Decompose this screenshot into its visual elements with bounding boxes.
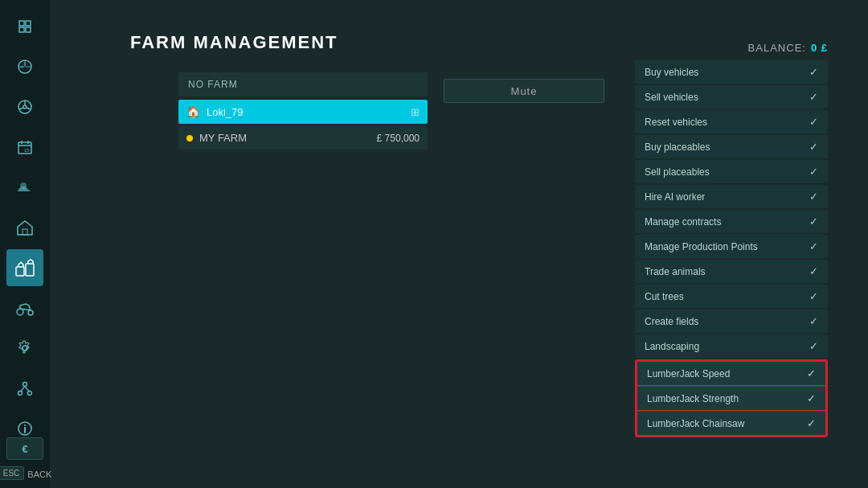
- balance-area: BALANCE: 0 £: [748, 42, 828, 54]
- permission-trade-animals[interactable]: Trade animals ✓: [635, 260, 828, 283]
- permission-check: ✓: [809, 290, 818, 302]
- sidebar: 15: [0, 0, 50, 488]
- permission-check: ✓: [807, 392, 816, 404]
- page-title: FARM MANAGEMENT: [130, 32, 844, 53]
- permission-label: Buy vehicles: [645, 67, 698, 78]
- svg-line-8: [19, 108, 23, 109]
- permission-check: ✓: [809, 315, 818, 327]
- permission-label: LumberJack Strength: [647, 393, 739, 404]
- permission-label: Hire AI worker: [645, 191, 705, 203]
- sidebar-item-tractor[interactable]: [6, 289, 43, 326]
- permission-lumberjack-chainsaw[interactable]: LumberJack Chainsaw ✓: [637, 411, 826, 436]
- farm-dot: [186, 135, 193, 141]
- sidebar-item-weather[interactable]: [6, 169, 43, 206]
- svg-line-25: [21, 387, 25, 392]
- svg-line-9: [27, 108, 31, 109]
- permission-cut-trees[interactable]: Cut trees ✓: [635, 285, 828, 308]
- permission-manage-contracts[interactable]: Manage contracts ✓: [635, 210, 828, 233]
- svg-point-19: [17, 309, 23, 315]
- svg-point-23: [18, 392, 23, 396]
- back-label: BACK: [27, 470, 51, 479]
- permission-label: Create fields: [645, 316, 698, 327]
- farm-name-loki79: Loki_79: [207, 106, 411, 118]
- permission-label: Sell vehicles: [645, 92, 698, 103]
- permission-check: ✓: [809, 91, 818, 103]
- permission-label: Reset vehicles: [645, 117, 707, 128]
- sidebar-item-farm-management[interactable]: [6, 249, 43, 286]
- permission-check: ✓: [809, 66, 818, 78]
- svg-rect-3: [26, 27, 31, 32]
- balance-label: BALANCE:: [748, 42, 806, 54]
- permission-label: LumberJack Chainsaw: [647, 418, 744, 429]
- sidebar-item-network[interactable]: [6, 370, 43, 407]
- permission-buy-vehicles[interactable]: Buy vehicles ✓: [635, 60, 828, 84]
- permission-buy-placeables[interactable]: Buy placeables ✓: [635, 135, 828, 158]
- euro-button[interactable]: €: [6, 437, 43, 460]
- permission-sell-vehicles[interactable]: Sell vehicles ✓: [635, 85, 828, 109]
- main-content: FARM MANAGEMENT BALANCE: 0 £ NO FARM 🏠 L…: [50, 0, 868, 488]
- permission-check: ✓: [809, 340, 818, 352]
- svg-rect-0: [19, 21, 24, 26]
- permission-check: ✓: [809, 166, 818, 178]
- svg-line-26: [25, 387, 29, 392]
- sidebar-item-barn[interactable]: [6, 209, 43, 246]
- permission-sell-placeables[interactable]: Sell placeables ✓: [635, 160, 828, 183]
- svg-point-22: [23, 383, 27, 387]
- farm-edit-icon[interactable]: ⊞: [411, 106, 420, 118]
- sidebar-item-calendar[interactable]: 15: [6, 129, 43, 166]
- svg-point-20: [28, 310, 33, 315]
- svg-text:15: 15: [24, 148, 30, 153]
- mute-button[interactable]: Mute: [444, 79, 604, 103]
- permission-reset-vehicles[interactable]: Reset vehicles ✓: [635, 110, 828, 133]
- permission-landscaping[interactable]: Landscaping ✓: [635, 334, 828, 358]
- permission-hire-ai-worker[interactable]: Hire AI worker ✓: [635, 185, 828, 208]
- svg-point-28: [24, 424, 26, 426]
- permission-label: Trade animals: [645, 266, 706, 277]
- permission-check: ✓: [809, 265, 818, 277]
- farm-row-myfarm[interactable]: MY FARM £ 750,000: [178, 126, 428, 150]
- permission-check: ✓: [807, 417, 816, 429]
- highlighted-permissions-group: LumberJack Speed ✓ LumberJack Strength ✓…: [635, 359, 828, 437]
- permission-lumberjack-strength[interactable]: LumberJack Strength ✓: [637, 386, 826, 411]
- sidebar-bottom: € ESC BACK: [0, 437, 50, 480]
- permission-label: Manage contracts: [645, 216, 721, 228]
- permission-manage-production-points[interactable]: Manage Production Points ✓: [635, 235, 828, 258]
- svg-rect-1: [26, 21, 31, 26]
- permission-label: Manage Production Points: [645, 241, 758, 252]
- esc-key: ESC: [0, 466, 24, 480]
- permission-label: Landscaping: [645, 341, 699, 352]
- svg-rect-2: [19, 27, 24, 32]
- back-area[interactable]: ESC BACK: [0, 466, 51, 480]
- permission-check: ✓: [809, 191, 818, 203]
- permission-check: ✓: [809, 141, 818, 153]
- no-farm-label: NO FARM: [178, 72, 428, 96]
- permissions-panel: Buy vehicles ✓ Sell vehicles ✓ Reset veh…: [635, 60, 828, 437]
- permission-lumberjack-speed[interactable]: LumberJack Speed ✓: [637, 361, 826, 386]
- sidebar-item-steering[interactable]: [6, 88, 43, 125]
- permission-check: ✓: [809, 116, 818, 128]
- svg-rect-16: [23, 229, 27, 235]
- permission-label: Sell placeables: [645, 166, 710, 178]
- permission-check: ✓: [809, 215, 818, 228]
- svg-point-6: [23, 105, 27, 109]
- farm-balance: £ 750,000: [377, 133, 420, 144]
- permission-check: ✓: [807, 367, 816, 379]
- balance-value: 0 £: [811, 42, 828, 54]
- sidebar-item-farm[interactable]: [6, 48, 43, 85]
- sidebar-item-settings[interactable]: [6, 330, 43, 367]
- svg-point-24: [28, 392, 32, 396]
- permission-label: LumberJack Speed: [647, 368, 730, 379]
- permission-create-fields[interactable]: Create fields ✓: [635, 310, 828, 333]
- permission-label: Buy placeables: [645, 141, 710, 153]
- farm-icon: 🏠: [186, 105, 200, 118]
- permission-label: Cut trees: [645, 291, 684, 302]
- left-panel: NO FARM 🏠 Loki_79 ⊞ MY FARM £ 750,000: [178, 72, 428, 152]
- farm-name-myfarm: MY FARM: [199, 132, 377, 144]
- permission-check: ✓: [809, 240, 818, 252]
- svg-rect-18: [26, 264, 34, 276]
- sidebar-item-map[interactable]: [6, 8, 43, 45]
- svg-rect-17: [16, 267, 24, 276]
- farm-row-loki79[interactable]: 🏠 Loki_79 ⊞: [178, 100, 428, 124]
